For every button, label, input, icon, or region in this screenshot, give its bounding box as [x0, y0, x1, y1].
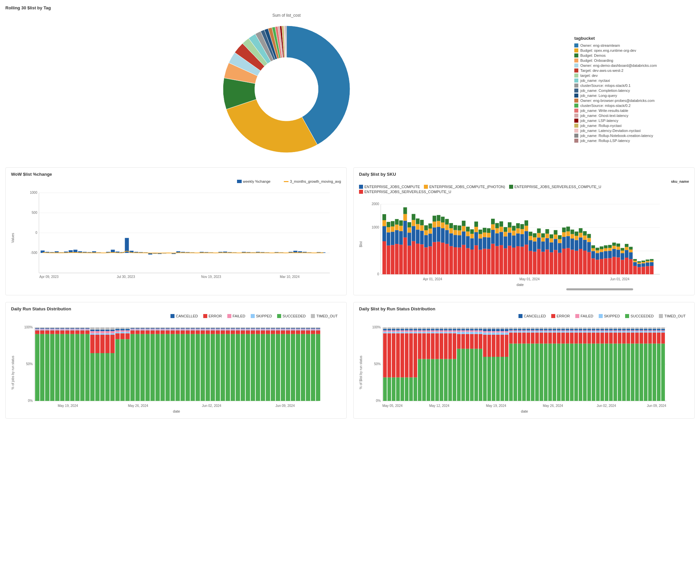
svg-rect-522	[165, 329, 170, 329]
svg-rect-443	[100, 333, 105, 335]
svg-rect-390	[55, 329, 60, 329]
svg-rect-530	[170, 327, 175, 328]
svg-rect-1007	[587, 327, 591, 329]
svg-rect-434	[90, 327, 95, 330]
svg-rect-565	[201, 328, 205, 329]
sku-legend-item: ENTERPRISE_JOBS_SERVERLESS_COMPUTE_U	[509, 185, 601, 189]
svg-rect-265	[562, 228, 566, 232]
svg-rect-189	[483, 228, 486, 233]
svg-rect-120	[412, 220, 416, 226]
svg-rect-288	[587, 238, 591, 242]
svg-rect-538	[181, 330, 185, 334]
svg-rect-551	[191, 330, 195, 330]
wow-legend-avg: 3_months_growth_moving_avg	[284, 179, 341, 183]
svg-rect-786	[431, 359, 435, 401]
svg-rect-195	[491, 230, 495, 244]
svg-rect-1104	[661, 343, 665, 401]
svg-rect-537	[181, 334, 185, 401]
svg-rect-952	[548, 329, 552, 330]
svg-rect-689	[306, 330, 310, 330]
svg-rect-785	[427, 327, 430, 329]
svg-rect-227	[524, 231, 528, 245]
svg-rect-384	[50, 329, 54, 329]
svg-rect-663	[286, 334, 290, 401]
svg-rect-573	[211, 334, 215, 401]
svg-rect-611	[241, 330, 245, 330]
svg-rect-406	[70, 330, 75, 334]
svg-rect-295	[596, 253, 599, 260]
svg-rect-423	[85, 334, 90, 401]
svg-rect-442	[100, 335, 105, 353]
svg-rect-1090	[648, 329, 652, 330]
svg-rect-369	[40, 334, 44, 401]
svg-rect-1024	[600, 329, 604, 330]
svg-text:date: date	[516, 283, 523, 287]
svg-rect-858	[483, 357, 487, 401]
svg-rect-1001	[583, 327, 587, 329]
svg-rect-820	[453, 329, 456, 330]
legend-label: job_name: Ghost-text-latency	[580, 114, 628, 118]
svg-rect-832	[461, 329, 465, 330]
svg-rect-731	[387, 327, 391, 329]
svg-rect-447	[105, 353, 110, 401]
legend-label: job_name: Latency-Deviation-nyctaxi	[580, 129, 640, 133]
scrollbar[interactable]	[566, 288, 633, 290]
status-legend-color	[311, 314, 315, 318]
svg-rect-649	[271, 328, 275, 329]
svg-rect-948	[548, 343, 552, 401]
status-legend-color	[659, 314, 663, 318]
svg-rect-364	[35, 330, 39, 334]
svg-rect-651	[276, 334, 280, 401]
svg-rect-531	[176, 334, 180, 401]
svg-rect-920	[527, 331, 530, 332]
svg-rect-342	[646, 266, 650, 274]
svg-rect-910	[518, 329, 521, 330]
svg-rect-695	[311, 330, 315, 330]
svg-rect-118	[412, 241, 416, 274]
svg-rect-378	[45, 329, 49, 329]
svg-rect-854	[479, 332, 482, 334]
svg-rect-853	[479, 334, 482, 349]
svg-rect-250	[550, 252, 553, 274]
legend-item: job_name: Ghost-text-latency	[574, 114, 695, 118]
svg-rect-299	[600, 252, 603, 259]
svg-rect-389	[55, 330, 60, 330]
svg-rect-422	[80, 327, 85, 328]
legend-color	[574, 53, 578, 57]
svg-rect-285	[583, 231, 587, 236]
svg-rect-614	[241, 327, 245, 328]
svg-rect-432	[90, 331, 95, 333]
svg-rect-697	[311, 328, 315, 329]
svg-rect-1069	[635, 332, 639, 343]
svg-rect-211	[508, 233, 511, 246]
svg-rect-1063	[631, 332, 634, 343]
svg-rect-278	[579, 249, 583, 274]
svg-rect-1109	[661, 327, 665, 329]
svg-rect-847	[474, 334, 478, 349]
svg-rect-623	[251, 330, 255, 330]
svg-rect-380	[45, 327, 49, 328]
svg-rect-624	[251, 329, 255, 329]
svg-rect-124	[416, 224, 420, 230]
svg-rect-1006	[587, 329, 591, 330]
svg-rect-944	[544, 331, 548, 332]
svg-rect-144	[437, 221, 441, 227]
svg-rect-1082	[644, 331, 648, 332]
svg-rect-190	[487, 249, 491, 274]
svg-rect-256	[554, 235, 558, 239]
svg-rect-349	[650, 259, 654, 261]
legend-item: Budget: Demos	[574, 53, 695, 57]
svg-rect-200	[495, 228, 499, 233]
svg-rect-325	[625, 244, 628, 247]
legend-label: clusterSource: mlops-stack/0.1	[580, 84, 630, 88]
svg-rect-493	[140, 328, 145, 329]
svg-text:Mar 10, 2024: Mar 10, 2024	[280, 275, 300, 279]
run-status-panel: Daily Run Status Distribution CANCELLEDE…	[5, 302, 347, 419]
svg-rect-90	[382, 241, 386, 274]
svg-rect-206	[504, 248, 507, 274]
svg-rect-704	[316, 327, 320, 328]
svg-rect-438	[95, 331, 100, 333]
svg-rect-730	[387, 329, 391, 330]
svg-rect-546	[186, 329, 190, 329]
status-legend-color	[277, 314, 281, 318]
